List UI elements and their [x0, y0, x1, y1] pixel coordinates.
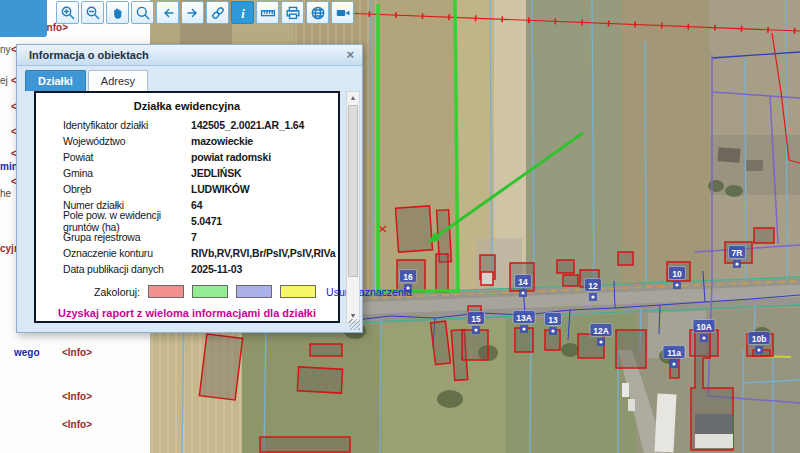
toolbar-zoom-window-button[interactable]: [131, 1, 154, 24]
field-value: RIVb,RV,RVI,Br/PsIV,PsIV,RIVa: [191, 247, 335, 259]
panel-title: Działka ewidencyjna: [36, 100, 338, 112]
previous-view-icon: [160, 5, 176, 21]
header-logo-block: [0, 0, 47, 37]
field-label: Identyfikator działki: [63, 119, 191, 131]
field-row: Data publikacji danych2025-11-03: [36, 261, 338, 277]
clear-selection-link[interactable]: Usuń zaznaczenia: [326, 286, 412, 298]
info-icon: i: [235, 5, 251, 21]
sidebar-layer-label: ny: [0, 44, 11, 55]
toolbar-print-button[interactable]: [281, 1, 304, 24]
toolbar-video-button[interactable]: [331, 1, 354, 24]
colorize-swatch-2[interactable]: [236, 285, 272, 298]
print-icon: [285, 5, 301, 21]
field-row: ObrębLUDWIKÓW: [36, 181, 338, 197]
field-row: Grupa rejestrowa7: [36, 229, 338, 245]
sidebar-info-link[interactable]: <Info>: [62, 419, 92, 430]
toolbar-link-button[interactable]: [206, 1, 229, 24]
geoportal-app: 1614127R101513A1312A10A10b11a <Info>ny<e…: [0, 0, 800, 453]
sidebar-info-link[interactable]: <Info>: [62, 347, 92, 358]
field-label: Obręb: [63, 183, 191, 195]
toolbar-zoom-in-button[interactable]: [56, 1, 79, 24]
dialog-title: Informacja o obiektach: [29, 49, 149, 61]
colorize-swatch-1[interactable]: [192, 285, 228, 298]
close-icon[interactable]: ×: [346, 47, 354, 62]
dialog-titlebar[interactable]: Informacja o obiektach ×: [17, 45, 362, 66]
field-label: Gmina: [63, 167, 191, 179]
field-row: Powiatpowiat radomski: [36, 149, 338, 165]
svg-text:15: 15: [471, 314, 481, 324]
report-link[interactable]: Uzyskaj raport z wieloma informacjami dl…: [36, 307, 338, 319]
map-toolbar: i: [56, 1, 354, 24]
toolbar-next-view-button[interactable]: [181, 1, 204, 24]
svg-text:7R: 7R: [732, 248, 743, 258]
sidebar-layer-label: ej: [0, 75, 8, 86]
scroll-up-icon[interactable]: ▲: [347, 92, 359, 104]
field-label: Data publikacji danych: [63, 263, 191, 275]
svg-text:13A: 13A: [516, 313, 532, 323]
dialog-resize-grip[interactable]: [349, 319, 360, 330]
field-value: LUDWIKÓW: [191, 183, 249, 195]
measure-icon: [260, 5, 276, 21]
field-list: Identyfikator działki142505_2.0021.AR_1.…: [36, 117, 338, 277]
zoom-in-icon: [60, 5, 76, 21]
field-value: mazowieckie: [191, 135, 253, 147]
dialog-tabs: Działki Adresy: [25, 70, 148, 91]
toolbar-measure-button[interactable]: [256, 1, 279, 24]
colorize-label: Zakoloruj:: [94, 286, 140, 298]
toolbar-zoom-out-button[interactable]: [81, 1, 104, 24]
field-value: 7: [191, 231, 197, 243]
field-row: Oznaczenie konturuRIVb,RV,RVI,Br/PsIV,Ps…: [36, 245, 338, 261]
svg-text:10b: 10b: [752, 334, 767, 344]
tab-dzialki[interactable]: Działki: [25, 70, 86, 91]
link-icon: [210, 5, 226, 21]
scrollbar-thumb[interactable]: [348, 105, 358, 277]
sidebar-info-link[interactable]: <Info>: [62, 391, 92, 402]
swatch-group: [148, 285, 316, 298]
field-value: 142505_2.0021.AR_1.64: [191, 119, 304, 131]
field-label: Województwo: [63, 135, 191, 147]
field-row: GminaJEDLIŃSK: [36, 165, 338, 181]
svg-text:11a: 11a: [667, 348, 681, 358]
colorize-swatch-0[interactable]: [148, 285, 184, 298]
zoom-window-icon: [135, 5, 151, 21]
sidebar-layer-label: wego: [14, 347, 40, 358]
field-label: Grupa rejestrowa: [63, 231, 191, 243]
globe-icon: [310, 5, 326, 21]
parcel-info-panel: Działka ewidencyjna Identyfikator działk…: [34, 91, 340, 323]
svg-text:14: 14: [518, 277, 528, 287]
video-icon: [335, 5, 351, 21]
svg-text:13: 13: [548, 315, 558, 325]
field-value: 64: [191, 199, 202, 211]
field-label: Oznaczenie konturu: [63, 247, 191, 259]
tab-adresy[interactable]: Adresy: [88, 70, 148, 91]
field-row: Identyfikator działki142505_2.0021.AR_1.…: [36, 117, 338, 133]
toolbar-previous-view-button[interactable]: [156, 1, 179, 24]
sidebar-layer-label: he: [0, 188, 11, 199]
zoom-out-icon: [85, 5, 101, 21]
field-label: Pole pow. w ewidencji gruntów (ha): [63, 209, 191, 233]
next-view-icon: [185, 5, 201, 21]
svg-text:12A: 12A: [593, 326, 609, 336]
svg-text:10A: 10A: [696, 322, 712, 332]
object-info-dialog: Informacja o obiektach × Działki Adresy …: [16, 44, 363, 333]
field-value: JEDLIŃSK: [191, 167, 241, 179]
svg-text:i: i: [241, 6, 245, 20]
svg-text:16: 16: [403, 272, 413, 282]
toolbar-globe-button[interactable]: [306, 1, 329, 24]
field-row: Pole pow. w ewidencji gruntów (ha)5.0471: [36, 213, 338, 229]
dialog-scrollbar[interactable]: ▲ ▼: [346, 91, 360, 323]
field-row: Województwomazowieckie: [36, 133, 338, 149]
pan-icon: [110, 5, 126, 21]
field-label: Powiat: [63, 151, 191, 163]
field-value: powiat radomski: [191, 151, 271, 163]
field-value: 5.0471: [191, 215, 222, 227]
toolbar-info-button[interactable]: i: [231, 1, 254, 24]
svg-text:12: 12: [588, 281, 598, 291]
toolbar-pan-button[interactable]: [106, 1, 129, 24]
field-value: 2025-11-03: [191, 263, 242, 275]
svg-text:10: 10: [672, 269, 682, 279]
colorize-row: Zakoloruj: Usuń zaznaczenia: [36, 285, 338, 298]
colorize-swatch-3[interactable]: [280, 285, 316, 298]
